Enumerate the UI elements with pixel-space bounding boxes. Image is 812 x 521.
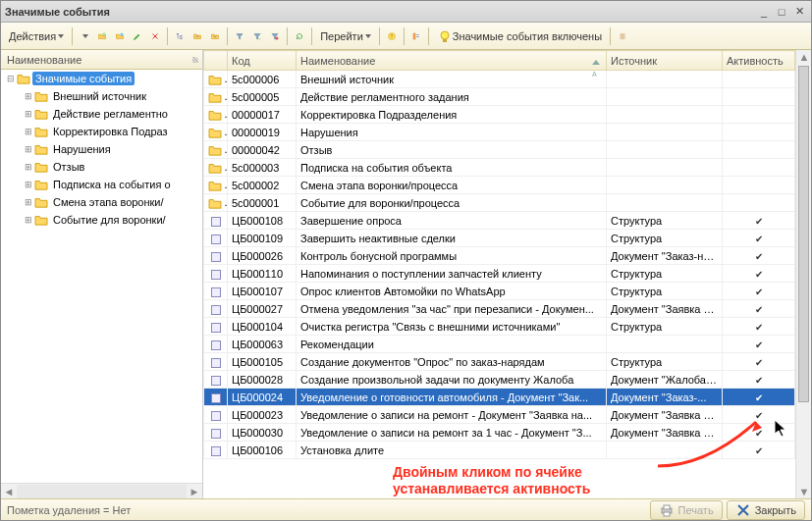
status-indicator[interactable]: Значимые события включены: [433, 26, 606, 46]
tree-item[interactable]: ⊞Корректировка Подраз: [1, 123, 202, 140]
cell-activity[interactable]: [723, 406, 795, 424]
cell-activity[interactable]: [723, 230, 795, 247]
list-config-button[interactable]: [615, 28, 630, 44]
tree-item[interactable]: ⊞Отзыв: [1, 158, 202, 176]
print-button[interactable]: Печать: [650, 500, 723, 520]
scroll-right-icon[interactable]: ►: [187, 485, 202, 498]
column-name[interactable]: НаименованиеA: [297, 51, 607, 71]
table-row[interactable]: 5c000006Внешний источник: [204, 71, 795, 88]
tree-item[interactable]: ⊞Событие для воронки/: [1, 211, 202, 229]
table-row[interactable]: ЦБ000108Завершение опросаСтруктура: [204, 212, 795, 230]
expander-icon[interactable]: ⊞: [23, 180, 34, 189]
cell-activity[interactable]: [723, 71, 795, 88]
copy-folder-button[interactable]: [112, 28, 128, 44]
hierarchy-button[interactable]: [172, 28, 188, 44]
grid-vscroll[interactable]: ▲ ▼: [795, 50, 811, 498]
table-row[interactable]: ЦБ000110Напоминания о поступлении запчас…: [204, 265, 795, 283]
cell-activity[interactable]: [723, 371, 795, 389]
refresh-button[interactable]: [292, 28, 307, 44]
expander-icon[interactable]: ⊞: [23, 162, 34, 172]
close-button[interactable]: Закрыть: [727, 500, 805, 520]
cell-activity[interactable]: [723, 336, 795, 353]
table-row[interactable]: 5c000005Действие регламентного задания: [204, 88, 795, 106]
table-row[interactable]: 5c000003Подписка на события объекта: [204, 159, 795, 177]
goto-menu[interactable]: Перейти: [316, 28, 375, 44]
table-row[interactable]: ЦБ000028Создание произвольной задачи по …: [204, 371, 795, 389]
table-row[interactable]: ЦБ000104Очистка регистра "Связь с внешни…: [204, 318, 795, 336]
close-window-button[interactable]: ✕: [791, 5, 807, 19]
cell-activity[interactable]: [723, 194, 795, 212]
cell-activity[interactable]: [723, 212, 795, 230]
cell-activity[interactable]: [723, 389, 795, 406]
move-down-button[interactable]: [207, 28, 223, 44]
expander-icon[interactable]: ⊟: [5, 74, 17, 83]
folder-icon: [208, 109, 222, 121]
table-row[interactable]: ЦБ000023Уведомление о записи на ремонт -…: [204, 406, 795, 424]
table-row[interactable]: 00000042Отзыв: [204, 141, 795, 159]
tree-item[interactable]: ⊞Внешний источник: [1, 87, 202, 105]
expander-icon[interactable]: ⊞: [23, 215, 34, 225]
add-button[interactable]: [77, 28, 92, 44]
cell-activity[interactable]: [723, 424, 795, 442]
minimize-button[interactable]: _: [756, 5, 772, 19]
table-row[interactable]: 00000019Нарушения: [204, 124, 795, 141]
table-row[interactable]: ЦБ000107Опрос клиентов Автомойки по What…: [204, 283, 795, 300]
scroll-up-icon[interactable]: ▲: [796, 50, 811, 64]
cell-activity[interactable]: [723, 124, 795, 141]
expander-icon[interactable]: ⊞: [23, 197, 34, 207]
cell-activity[interactable]: [723, 265, 795, 283]
expander-icon[interactable]: ⊞: [23, 144, 34, 154]
table-row[interactable]: 5c000001Событие для воронки/процесса: [204, 194, 795, 212]
expander-icon[interactable]: ⊞: [23, 91, 34, 101]
cell-activity[interactable]: [723, 442, 795, 459]
cell-activity[interactable]: [723, 300, 795, 318]
add-folder-button[interactable]: [94, 28, 110, 44]
tree-item[interactable]: ⊞Подписка на события о: [1, 176, 202, 193]
tree-item[interactable]: ⊞Действие регламентно: [1, 105, 202, 123]
table-row[interactable]: ЦБ000105Создание документов "Опрос" по з…: [204, 353, 795, 371]
cell-activity[interactable]: [723, 106, 795, 124]
tree-item[interactable]: ⊞Нарушения: [1, 140, 202, 158]
table-row[interactable]: 5c000002Смена этапа воронки/процесса: [204, 177, 795, 194]
expander-icon[interactable]: ⊞: [23, 109, 34, 119]
filter3-button[interactable]: [267, 28, 283, 44]
edit-button[interactable]: [130, 28, 145, 44]
table-row[interactable]: ЦБ000026Контроль бонусной программыДокум…: [204, 247, 795, 265]
cell-activity[interactable]: [723, 283, 795, 300]
move-up-button[interactable]: [189, 28, 205, 44]
table-row[interactable]: ЦБ000109Завершить неактивные сделкиСтрук…: [204, 230, 795, 247]
cell-activity[interactable]: [723, 177, 795, 194]
column-code[interactable]: Код: [228, 51, 297, 71]
delete-button[interactable]: [147, 28, 163, 44]
expander-icon[interactable]: ⊞: [23, 127, 34, 136]
scroll-down-icon[interactable]: ▼: [796, 485, 811, 498]
column-activity[interactable]: Активность: [723, 51, 795, 71]
table-row[interactable]: ЦБ000027Отмена уведомления "за час" при …: [204, 300, 795, 318]
cell-activity[interactable]: [723, 88, 795, 106]
help-button[interactable]: ?: [384, 28, 400, 44]
cell-activity[interactable]: [723, 159, 795, 177]
filter1-button[interactable]: [232, 28, 247, 44]
actions-menu[interactable]: Действия: [5, 28, 68, 44]
table-row[interactable]: 00000017Корректировка Подразделения: [204, 106, 795, 124]
table-row[interactable]: ЦБ000063Рекомендации: [204, 336, 795, 353]
filter2-button[interactable]: [249, 28, 265, 44]
column-icon[interactable]: [204, 51, 228, 71]
cell-activity[interactable]: [723, 247, 795, 265]
maximize-button[interactable]: □: [774, 5, 789, 19]
scroll-thumb[interactable]: [798, 66, 809, 402]
cell-activity[interactable]: [723, 318, 795, 336]
table-row[interactable]: ЦБ000030Уведомление о записи на ремонт з…: [204, 424, 795, 442]
tree-item[interactable]: ⊟Значимые события: [1, 70, 202, 87]
tree-item[interactable]: ⊞Смена этапа воронки/: [1, 193, 202, 211]
cell-activity[interactable]: [723, 353, 795, 371]
scroll-left-icon[interactable]: ◄: [1, 485, 17, 498]
cell-code: 00000017: [228, 106, 297, 124]
table-row[interactable]: ЦБ000024Уведомление о готовности автомоб…: [204, 389, 795, 406]
tree-header[interactable]: Наименование: [1, 50, 202, 70]
table-row[interactable]: ЦБ000106Установка длите: [204, 442, 795, 459]
settings-button[interactable]: [408, 28, 424, 44]
column-source[interactable]: Источник: [607, 51, 723, 71]
tree-hscroll[interactable]: ◄ ►: [1, 483, 202, 498]
cell-activity[interactable]: [723, 141, 795, 159]
